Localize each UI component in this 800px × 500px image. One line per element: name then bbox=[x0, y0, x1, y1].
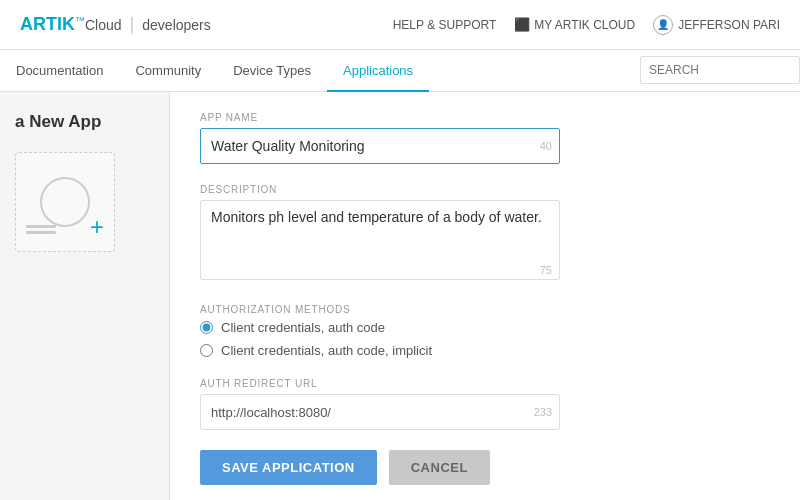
description-textarea[interactable]: Monitors ph level and temperature of a b… bbox=[200, 200, 560, 280]
app-name-input-wrapper: 40 bbox=[200, 128, 560, 164]
nav-item-documentation[interactable]: Documentation bbox=[0, 50, 119, 92]
auth-redirect-input[interactable] bbox=[200, 394, 560, 430]
auth-methods-label: AUTHORIZATION METHODS bbox=[200, 304, 770, 315]
sidebar-title: a New App bbox=[15, 112, 101, 132]
user-area[interactable]: 👤 JEFFERSON PARI bbox=[653, 15, 780, 35]
app-icon-area[interactable]: + bbox=[15, 152, 115, 252]
header: ARTIK™Cloud | developers HELP & SUPPORT … bbox=[0, 0, 800, 50]
description-textarea-wrapper: Monitors ph level and temperature of a b… bbox=[200, 200, 560, 284]
auth-redirect-group: AUTH REDIRECT URL 233 bbox=[200, 378, 770, 430]
app-name-group: APP NAME 40 bbox=[200, 112, 770, 164]
search-input[interactable] bbox=[640, 56, 800, 84]
my-artik-cloud-link[interactable]: ⬛ MY ARTIK CLOUD bbox=[514, 17, 635, 32]
logo-developers: developers bbox=[142, 17, 211, 33]
app-lines-decoration bbox=[26, 225, 56, 237]
sidebar: a New App + bbox=[0, 92, 170, 500]
auth-option-2[interactable]: Client credentials, auth code, implicit bbox=[200, 343, 770, 358]
header-right: HELP & SUPPORT ⬛ MY ARTIK CLOUD 👤 JEFFER… bbox=[393, 15, 780, 35]
description-group: DESCRIPTION Monitors ph level and temper… bbox=[200, 184, 770, 284]
description-char-count: 75 bbox=[540, 264, 552, 276]
main-area: a New App + APP NAME 40 DESCRIPTION Moni… bbox=[0, 92, 800, 500]
auth-radio-2[interactable] bbox=[200, 344, 213, 357]
auth-radio-1[interactable] bbox=[200, 321, 213, 334]
app-logo-circle bbox=[40, 177, 90, 227]
nav-item-community[interactable]: Community bbox=[119, 50, 217, 92]
logo-separator: | bbox=[130, 14, 135, 35]
auth-methods-group: AUTHORIZATION METHODS Client credentials… bbox=[200, 304, 770, 358]
app-name-input[interactable] bbox=[200, 128, 560, 164]
cancel-button[interactable]: CANCEL bbox=[389, 450, 490, 485]
logo-area: ARTIK™Cloud | developers bbox=[20, 14, 211, 35]
nav-item-device-types[interactable]: Device Types bbox=[217, 50, 327, 92]
form-area: APP NAME 40 DESCRIPTION Monitors ph leve… bbox=[170, 92, 800, 500]
auth-redirect-char-count: 233 bbox=[534, 406, 552, 418]
nav: Documentation Community Device Types App… bbox=[0, 50, 800, 92]
save-application-button[interactable]: SAVE APPLICATION bbox=[200, 450, 377, 485]
app-name-char-count: 40 bbox=[540, 140, 552, 152]
user-name: JEFFERSON PARI bbox=[678, 18, 780, 32]
auth-redirect-input-wrapper: 233 bbox=[200, 394, 560, 430]
auth-redirect-label: AUTH REDIRECT URL bbox=[200, 378, 770, 389]
app-name-label: APP NAME bbox=[200, 112, 770, 123]
auth-option-1[interactable]: Client credentials, auth code bbox=[200, 320, 770, 335]
button-row: SAVE APPLICATION CANCEL bbox=[200, 450, 770, 485]
add-icon: + bbox=[90, 215, 104, 239]
user-avatar-icon: 👤 bbox=[653, 15, 673, 35]
cloud-icon: ⬛ bbox=[514, 17, 530, 32]
description-label: DESCRIPTION bbox=[200, 184, 770, 195]
nav-item-applications[interactable]: Applications bbox=[327, 50, 429, 92]
help-support-link[interactable]: HELP & SUPPORT bbox=[393, 18, 497, 32]
logo-artik: ARTIK™Cloud bbox=[20, 14, 122, 35]
